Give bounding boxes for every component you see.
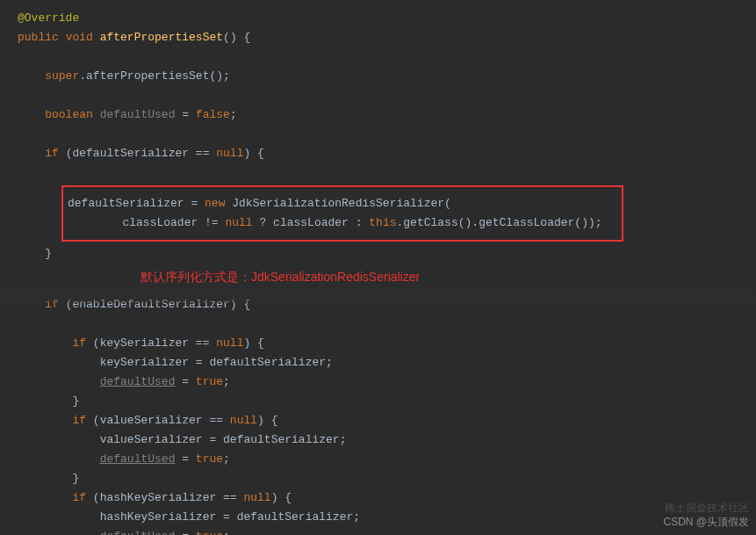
code-line: defaultUsed = true; — [18, 450, 756, 469]
annotation-text: 默认序列化方式是：JdkSerializationRedisSerializer — [140, 267, 756, 286]
blank-line — [18, 314, 756, 334]
code-line: if (keySerializer == null) { — [18, 334, 756, 353]
code-line: boolean defaultUsed = false; — [18, 105, 756, 125]
code-line: super.afterPropertiesSet(); — [18, 67, 756, 86]
code-line: @Override — [18, 9, 756, 28]
code-line: public void afterPropertiesSet() { — [18, 28, 756, 47]
code-line: if (defaultSerializer == null) { — [18, 144, 756, 163]
code-line: } — [18, 392, 756, 411]
code-line: defaultUsed = true; — [18, 372, 756, 392]
code-line: keySerializer = defaultSerializer; — [18, 353, 756, 372]
blank-line — [18, 86, 756, 105]
code-line: classLoader != null ? classLoader : this… — [68, 213, 617, 233]
blank-line — [18, 125, 756, 144]
code-line: defaultSerializer = new JdkSerialization… — [68, 194, 617, 213]
highlighted-code-box: defaultSerializer = new JdkSerialization… — [61, 185, 623, 242]
code-line: } — [18, 244, 756, 264]
code-editor: @Override public void afterPropertiesSet… — [0, 9, 756, 535]
code-line: hashKeySerializer = defaultSerializer; — [18, 508, 756, 527]
blank-line — [18, 163, 756, 183]
code-line: if (enableDefaultSerializer) { — [18, 295, 756, 314]
code-line: valueSerializer = defaultSerializer; — [18, 430, 756, 450]
code-line: if (hashKeySerializer == null) { — [18, 488, 756, 508]
code-line: if (valueSerializer == null) { — [18, 411, 756, 430]
code-line: } — [18, 469, 756, 488]
code-line: defaultUsed = true; — [18, 527, 756, 535]
watermark-csdn: CSDN @头顶假发 — [663, 512, 749, 531]
blank-line — [18, 47, 756, 67]
annotation: @Override — [18, 11, 79, 25]
